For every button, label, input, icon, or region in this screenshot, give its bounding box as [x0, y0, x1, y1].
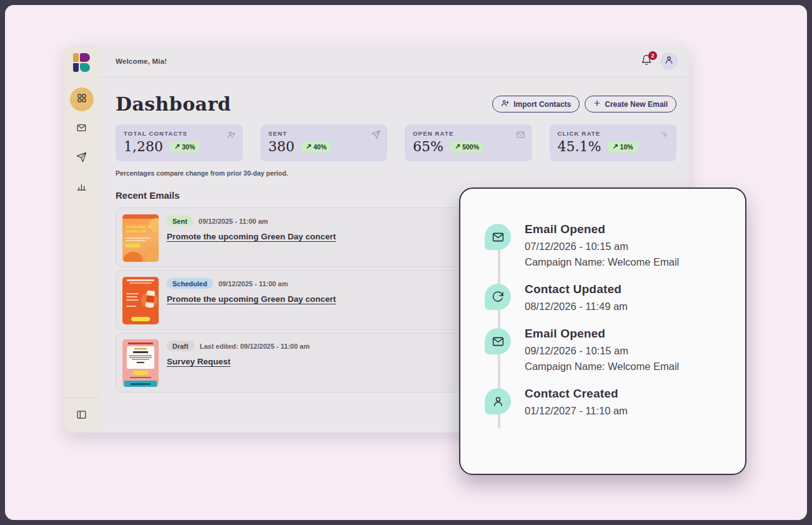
- status-badge: Scheduled: [167, 278, 213, 289]
- stat-value: 65%: [413, 139, 443, 154]
- user-plus-icon: [227, 130, 236, 142]
- email-date: 09/12/2025 - 11:00 am: [219, 280, 288, 288]
- cursor-click-icon: [660, 130, 670, 142]
- email-date: Last edited: 09/12/2025 - 11:00 am: [200, 342, 310, 350]
- sidebar-item-campaigns[interactable]: [70, 146, 94, 170]
- trend-up-icon: ↗: [455, 142, 460, 151]
- brand-logo: [73, 53, 91, 74]
- event-date: 09/12/2026 - 10:15 am: [525, 345, 679, 357]
- email-title-link[interactable]: Promote the upcoming Green Day concert: [167, 232, 336, 241]
- dashboard-grid-icon: [76, 92, 87, 106]
- status-badge: Sent: [167, 216, 193, 226]
- event-title: Contact Created: [525, 387, 628, 401]
- stat-card-click-rate: CLICK RATE 45.1% ↗10%: [550, 124, 677, 161]
- email-thumbnail: Sunshine in every sip: [122, 214, 159, 262]
- send-icon: [76, 152, 87, 165]
- event-campaign: Campaign Name: Welcome Email: [525, 361, 679, 372]
- timeline-event-contact-updated: Contact Updated 08/12/2026 - 11:49 am: [485, 282, 723, 312]
- email-icon: [76, 122, 87, 136]
- page-background: Welcome, Mia! 2: [5, 5, 807, 520]
- create-new-email-button[interactable]: Create New Email: [585, 96, 676, 112]
- stat-label: SENT: [269, 130, 380, 137]
- stat-change-badge: ↗30%: [170, 141, 199, 152]
- stat-label: CLICK RATE: [558, 130, 669, 137]
- sidebar-item-dashboard[interactable]: [70, 88, 94, 111]
- envelope-icon: [516, 130, 525, 142]
- stat-value: 45.1%: [558, 139, 602, 154]
- email-date: 09/12/2025 - 11:00 am: [199, 218, 268, 225]
- event-date: 07/12/2026 - 10:15 am: [525, 241, 679, 252]
- notification-count-badge: 2: [648, 51, 657, 60]
- event-date: 08/12/2026 - 11:49 am: [525, 301, 628, 312]
- stat-change-badge: ↗40%: [302, 141, 331, 152]
- welcome-text: Welcome, Mia!: [116, 58, 167, 65]
- envelope-icon: [485, 224, 511, 250]
- stat-label: TOTAL CONTACTS: [124, 130, 235, 137]
- sidebar: [64, 45, 99, 432]
- sidebar-footer: [64, 398, 99, 425]
- paper-plane-icon: [371, 130, 380, 142]
- timeline-event-email-opened-2: Email Opened 09/12/2026 - 10:15 am Campa…: [485, 327, 723, 372]
- stat-card-open-rate: OPEN RATE 65% ↗500%: [405, 124, 532, 161]
- stat-label: OPEN RATE: [413, 130, 524, 137]
- page-title: Dashboard: [116, 93, 231, 115]
- email-title-link[interactable]: Promote the upcoming Green Day concert: [167, 294, 336, 304]
- event-title: Email Opened: [525, 222, 679, 236]
- timeline-event-contact-created: Contact Created 01/12/2027 - 11:10 am: [485, 387, 723, 417]
- profile-button[interactable]: [660, 52, 678, 70]
- event-title: Contact Updated: [525, 282, 628, 296]
- person-icon: [485, 388, 511, 414]
- event-title: Email Opened: [525, 327, 679, 341]
- person-icon: [664, 55, 674, 68]
- status-badge: Draft: [167, 341, 194, 351]
- refresh-icon: [485, 284, 511, 310]
- event-campaign: Campaign Name: Welcome Email: [525, 256, 679, 268]
- collapse-sidebar-icon: [76, 409, 87, 422]
- sidebar-item-emails[interactable]: [70, 117, 94, 141]
- stat-value: 1,280: [124, 139, 163, 154]
- activity-timeline-card: Email Opened 07/12/2026 - 10:15 am Campa…: [459, 188, 746, 475]
- email-title-link[interactable]: Survey Request: [167, 357, 310, 366]
- stat-card-total-contacts: TOTAL CONTACTS 1,280 ↗30%: [116, 124, 243, 161]
- user-plus-icon: [501, 99, 510, 109]
- stat-change-badge: ↗10%: [608, 141, 637, 152]
- topbar: Welcome, Mia! 2: [99, 45, 689, 78]
- email-thumbnail: [122, 339, 159, 387]
- email-thumbnail: [122, 277, 159, 324]
- import-contacts-button[interactable]: Import Contacts: [492, 96, 580, 112]
- plus-icon: [593, 99, 601, 109]
- stat-change-badge: ↗500%: [450, 141, 483, 152]
- stat-card-sent: SENT 380 ↗40%: [260, 124, 388, 161]
- trend-up-icon: ↗: [174, 142, 180, 151]
- sidebar-nav: [70, 88, 94, 199]
- analytics-icon: [76, 181, 87, 194]
- trend-up-icon: ↗: [306, 142, 312, 151]
- trend-up-icon: ↗: [612, 142, 618, 151]
- envelope-icon: [485, 328, 511, 354]
- stat-cards: TOTAL CONTACTS 1,280 ↗30% SENT: [116, 124, 676, 161]
- notifications-button[interactable]: 2: [640, 54, 653, 68]
- event-date: 01/12/2027 - 11:10 am: [525, 405, 628, 417]
- stat-value: 380: [269, 139, 295, 154]
- stats-footnote: Percentages compare change from prior 30…: [116, 169, 676, 177]
- sidebar-item-analytics[interactable]: [70, 176, 94, 199]
- collapse-sidebar-button[interactable]: [72, 406, 91, 425]
- timeline-event-email-opened-1: Email Opened 07/12/2026 - 10:15 am Campa…: [485, 222, 723, 268]
